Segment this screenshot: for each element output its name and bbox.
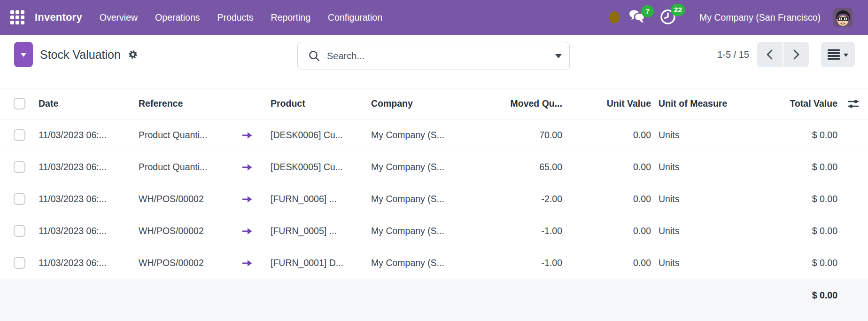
messages-button[interactable]: 7 <box>629 9 645 25</box>
optional-columns-icon[interactable] <box>847 98 860 110</box>
app-name[interactable]: Inventory <box>35 11 82 23</box>
table-row[interactable]: 11/03/2023 06:... WH/POS/00002 [FURN_000… <box>0 183 868 215</box>
menu-reporting[interactable]: Reporting <box>271 12 310 23</box>
top-navbar: Inventory Overview Operations Products R… <box>0 0 868 35</box>
row-checkbox[interactable] <box>14 193 25 205</box>
row-checkbox[interactable] <box>14 161 25 173</box>
actions-toggle-button[interactable] <box>14 42 33 67</box>
cell-total-value: $ 0.00 <box>745 258 839 268</box>
footer-total-value: $ 0.00 <box>745 290 839 301</box>
pager-value: 1-5 / 15 <box>717 49 749 60</box>
header-date[interactable]: Date <box>31 98 131 109</box>
search-icon <box>308 50 320 62</box>
cell-date: 11/03/2023 06:... <box>31 226 131 236</box>
cell-product: [FURN_0001] D... <box>263 258 364 268</box>
cell-unit-of-measure: Units <box>651 226 745 236</box>
header-product[interactable]: Product <box>263 98 364 109</box>
stock-valuation-list: Date Reference Product Company Moved Qu.… <box>0 88 868 321</box>
cell-date: 11/03/2023 06:... <box>31 258 131 268</box>
table-row[interactable]: 11/03/2023 06:... WH/POS/00002 [FURN_000… <box>0 215 868 247</box>
menu-configuration[interactable]: Configuration <box>328 12 382 23</box>
pager-previous-button[interactable] <box>757 42 783 67</box>
cell-unit-of-measure: Units <box>651 258 745 268</box>
pager-next-button[interactable] <box>783 42 809 67</box>
arrow-right-icon <box>241 163 254 172</box>
cell-company: My Company (S... <box>364 162 457 172</box>
chevron-right-icon <box>791 49 801 60</box>
cell-unit-value: 0.00 <box>562 226 651 236</box>
cell-company: My Company (S... <box>364 226 457 236</box>
cell-moved-quantity: -1.00 <box>457 226 562 236</box>
cell-unit-of-measure: Units <box>651 194 745 204</box>
cell-product: [DESK0005] Cu... <box>263 162 364 172</box>
cell-moved-quantity: -1.00 <box>457 258 562 268</box>
list-view-icon <box>828 49 840 60</box>
menu-overview[interactable]: Overview <box>100 12 138 23</box>
cell-reference: WH/POS/00002 <box>131 194 232 204</box>
avatar-image-icon <box>833 8 852 27</box>
cell-date: 11/03/2023 06:... <box>31 194 131 204</box>
control-panel: Stock Valuation 1-5 / 15 <box>0 35 868 74</box>
apps-menu-icon[interactable] <box>10 10 24 24</box>
search-input[interactable] <box>327 51 547 62</box>
cell-unit-of-measure: Units <box>651 130 745 141</box>
table-row[interactable]: 11/03/2023 06:... WH/POS/00002 [FURN_000… <box>0 247 868 279</box>
cell-reference: Product Quanti... <box>131 162 232 172</box>
table-footer: $ 0.00 <box>0 279 868 321</box>
cell-total-value: $ 0.00 <box>745 194 839 204</box>
header-reference[interactable]: Reference <box>131 98 232 109</box>
activities-badge: 22 <box>671 4 685 16</box>
row-checkbox[interactable] <box>14 129 25 141</box>
header-unit-value[interactable]: Unit Value <box>562 98 651 109</box>
user-avatar[interactable] <box>833 8 852 27</box>
cell-unit-of-measure: Units <box>651 162 745 172</box>
cell-moved-quantity: 65.00 <box>457 162 562 172</box>
menu-operations[interactable]: Operations <box>155 12 200 23</box>
page-title: Stock Valuation <box>40 48 121 62</box>
cell-date: 11/03/2023 06:... <box>31 162 131 172</box>
select-all-checkbox[interactable] <box>14 98 25 110</box>
messages-badge: 7 <box>641 5 654 17</box>
arrow-right-icon <box>241 258 254 268</box>
search-bar <box>297 42 570 70</box>
table-row[interactable]: 11/03/2023 06:... Product Quanti... [DES… <box>0 151 868 183</box>
caret-down-icon <box>555 54 562 62</box>
caret-down-icon <box>21 53 26 60</box>
table-row[interactable]: 11/03/2023 06:... Product Quanti... [DES… <box>0 119 868 151</box>
arrow-right-icon <box>241 195 254 204</box>
cell-total-value: $ 0.00 <box>745 130 839 141</box>
cell-company: My Company (S... <box>364 258 457 268</box>
header-company[interactable]: Company <box>364 98 457 109</box>
table-header-row: Date Reference Product Company Moved Qu.… <box>0 88 868 119</box>
cell-reference: WH/POS/00002 <box>131 226 232 236</box>
chevron-left-icon <box>765 49 775 60</box>
menu-products[interactable]: Products <box>217 12 254 23</box>
header-total-value[interactable]: Total Value <box>745 98 839 109</box>
cell-moved-quantity: 70.00 <box>457 130 562 141</box>
view-switcher-button[interactable] <box>821 42 855 67</box>
cell-unit-value: 0.00 <box>562 130 651 141</box>
cell-company: My Company (S... <box>364 130 457 141</box>
gear-icon[interactable] <box>128 49 138 60</box>
cell-reference: Product Quanti... <box>131 130 232 141</box>
activities-button[interactable]: 22 <box>659 8 677 27</box>
company-switcher[interactable]: My Company (San Francisco) <box>699 12 821 23</box>
navbar-menu: Overview Operations Products Reporting C… <box>100 12 382 23</box>
cell-unit-value: 0.00 <box>562 162 651 172</box>
cell-product: [DESK0006] Cu... <box>263 130 364 141</box>
cell-total-value: $ 0.00 <box>745 162 839 172</box>
arrow-right-icon <box>241 131 254 140</box>
cell-total-value: $ 0.00 <box>745 226 839 236</box>
cell-product: [FURN_0006] ... <box>263 194 364 204</box>
arrow-right-icon <box>241 227 254 236</box>
cell-reference: WH/POS/00002 <box>131 258 232 268</box>
row-checkbox[interactable] <box>14 225 25 237</box>
status-dot-icon <box>609 11 620 23</box>
row-checkbox[interactable] <box>14 257 25 269</box>
search-filters-dropdown[interactable] <box>547 42 569 70</box>
cell-product: [FURN_0005] ... <box>263 226 364 236</box>
header-unit-of-measure[interactable]: Unit of Measure <box>651 98 745 109</box>
cell-moved-quantity: -2.00 <box>457 194 562 204</box>
header-moved-quantity[interactable]: Moved Qu... <box>457 98 562 109</box>
navbar-systray: 7 22 My Company (San Francisco) <box>609 8 852 27</box>
